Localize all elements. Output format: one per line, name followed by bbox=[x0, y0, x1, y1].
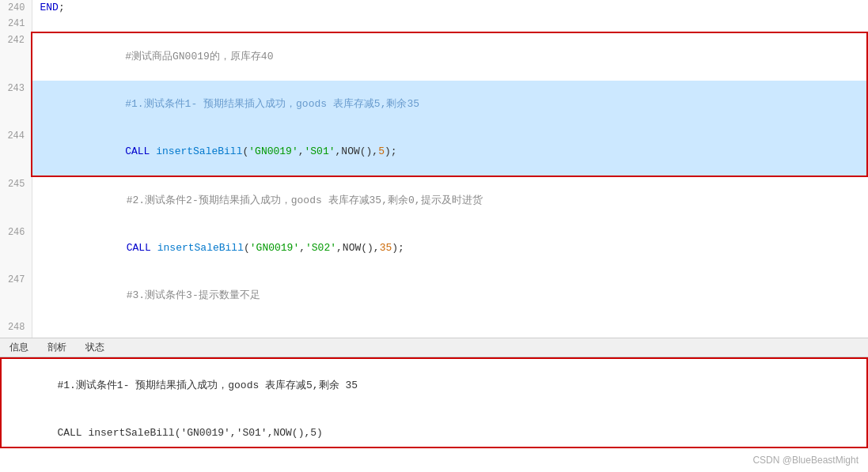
string-literal: 'S01' bbox=[305, 145, 335, 157]
function-name: insertSaleBill bbox=[157, 242, 244, 254]
line-number: 240 bbox=[0, 0, 32, 16]
line-number: 243 bbox=[0, 81, 32, 128]
table-row: 242 #测试商品GN0019的，原库存40 bbox=[0, 32, 867, 81]
comment-text: #1.测试条件1- 预期结果插入成功，goods 表库存减5,剩余35 bbox=[125, 98, 419, 110]
code-content: CALL insertSaleBill('GN0019','S01',NOW()… bbox=[32, 128, 867, 176]
table-row: 246 CALL insertSaleBill('GN0019','S02',N… bbox=[0, 225, 867, 272]
main-container: 240 END; 241 242 #测试商品GN0019的，原库存40 bbox=[0, 0, 868, 472]
comment-text: #2.测试条件2-预期结果插入成功，goods 表库存减35,剩余0,提示及时进… bbox=[127, 194, 483, 206]
table-row: 244 CALL insertSaleBill('GN0019','S01',N… bbox=[0, 128, 867, 176]
function-name: insertSaleBill bbox=[157, 337, 244, 338]
code-content: CALL insertSaleBill('GN0019','S02',NOW()… bbox=[32, 225, 867, 272]
output-line-3: > OK bbox=[8, 457, 860, 472]
table-row: 248 CALL insertSaleBill('GN0019','S03',N… bbox=[0, 319, 867, 338]
table-row: 247 #3.测试条件3-提示数量不足 bbox=[0, 272, 867, 319]
output-text: #1.测试条件1- 预期结果插入成功，goods 表库存减5,剩余 35 bbox=[57, 379, 358, 391]
keyword: CALL bbox=[125, 145, 150, 157]
output-line-1: #1.测试条件1- 预期结果插入成功，goods 表库存减5,剩余 35 bbox=[8, 362, 860, 410]
function-name: insertSaleBill bbox=[156, 145, 242, 157]
tab-status[interactable]: 状态 bbox=[82, 341, 108, 354]
line-number: 247 bbox=[0, 272, 32, 319]
line-number: 242 bbox=[0, 32, 32, 81]
comment-text: #3.测试条件3-提示数量不足 bbox=[127, 289, 260, 301]
string-literal: 'GN0019' bbox=[250, 337, 299, 338]
code-editor: 240 END; 241 242 #测试商品GN0019的，原库存40 bbox=[0, 0, 868, 338]
keyword: CALL bbox=[127, 242, 151, 254]
code-content: #3.测试条件3-提示数量不足 bbox=[32, 272, 867, 319]
watermark: CSDN @BlueBeastMight bbox=[752, 455, 859, 466]
code-content: CALL insertSaleBill('GN0019','S03',NOW()… bbox=[32, 319, 867, 338]
code-content: #测试商品GN0019的，原库存40 bbox=[32, 32, 867, 81]
number-literal: 5 bbox=[378, 145, 385, 157]
line-number: 244 bbox=[0, 128, 32, 176]
line-number: 246 bbox=[0, 225, 32, 272]
number-literal: 35 bbox=[380, 242, 392, 254]
code-table: 240 END; 241 242 #测试商品GN0019的，原库存40 bbox=[0, 0, 868, 338]
string-literal: 'S03' bbox=[305, 337, 336, 338]
output-text: CALL insertSaleBill('GN0019','S01',NOW()… bbox=[57, 427, 322, 439]
bottom-panel: 信息 剖析 状态 #1.测试条件1- 预期结果插入成功，goods 表库存减5,… bbox=[0, 338, 868, 472]
keyword: CALL bbox=[127, 337, 151, 338]
number-literal: 1 bbox=[380, 337, 386, 338]
table-row: 243 #1.测试条件1- 预期结果插入成功，goods 表库存减5,剩余35 bbox=[0, 81, 867, 128]
comment-text: #测试商品GN0019的，原库存40 bbox=[125, 51, 273, 62]
table-row: 240 END; bbox=[0, 0, 867, 16]
panel-tabs: 信息 剖析 状态 bbox=[0, 338, 868, 357]
code-content bbox=[32, 16, 867, 32]
code-content: #1.测试条件1- 预期结果插入成功，goods 表库存减5,剩余35 bbox=[32, 81, 867, 128]
string-literal: 'GN0019' bbox=[250, 242, 299, 254]
line-number: 245 bbox=[0, 176, 32, 225]
panel-output: #1.测试条件1- 预期结果插入成功，goods 表库存减5,剩余 35 CAL… bbox=[0, 357, 868, 472]
tab-analyze[interactable]: 剖析 bbox=[44, 341, 70, 354]
line-number: 241 bbox=[0, 16, 32, 32]
output-line-2: CALL insertSaleBill('GN0019','S01',NOW()… bbox=[8, 410, 860, 457]
tab-info[interactable]: 信息 bbox=[6, 341, 32, 354]
line-number: 248 bbox=[0, 319, 32, 338]
table-row: 245 #2.测试条件2-预期结果插入成功，goods 表库存减35,剩余0,提… bbox=[0, 176, 867, 225]
code-area-inner: 240 END; 241 242 #测试商品GN0019的，原库存40 bbox=[0, 0, 868, 338]
string-literal: 'S02' bbox=[305, 242, 336, 254]
code-content: END; bbox=[32, 0, 867, 16]
code-content: #2.测试条件2-预期结果插入成功，goods 表库存减35,剩余0,提示及时进… bbox=[32, 176, 867, 225]
string-literal: 'GN0019' bbox=[248, 145, 298, 157]
table-row: 241 bbox=[0, 16, 867, 32]
